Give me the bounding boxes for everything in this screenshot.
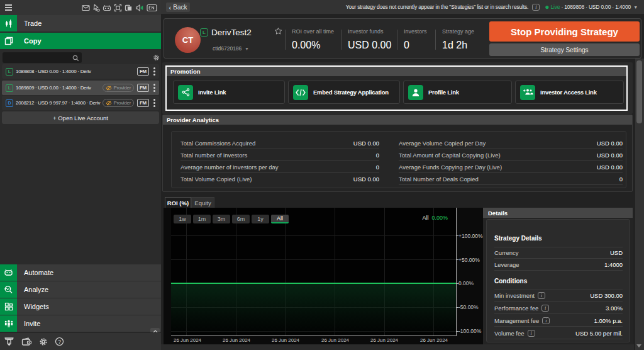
- svg-text:?: ?: [58, 339, 61, 345]
